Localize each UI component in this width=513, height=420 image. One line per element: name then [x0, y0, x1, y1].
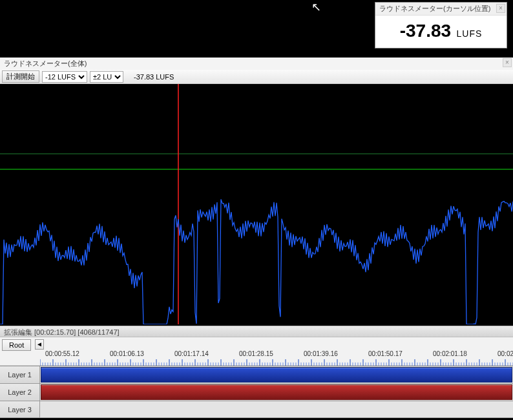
- layer-label[interactable]: Layer 2: [0, 384, 40, 401]
- timeline-header: Root ◄ 00:00:55.1200:01:06.1300:01:17.14…: [0, 337, 513, 366]
- time-label: 00:02: [497, 350, 513, 357]
- cursor-loudness-title: ラウドネスメーター(カーソル位置): [375, 3, 507, 16]
- global-loudness-title-bar: ラウドネスメーター(全体) ×: [0, 58, 513, 70]
- time-label: 00:01:17.14: [174, 350, 209, 357]
- close-icon[interactable]: ×: [503, 58, 512, 67]
- root-button[interactable]: Root: [2, 339, 31, 351]
- loudness-readout: -37.83 LUFS: [134, 73, 174, 81]
- layer-track[interactable]: [40, 384, 513, 401]
- time-label: 00:01:06.13: [110, 350, 144, 357]
- cursor-loudness-value: -37.83: [400, 21, 451, 41]
- time-ruler[interactable]: 00:00:55.1200:01:06.1300:01:17.1400:01:2…: [40, 349, 513, 367]
- clip[interactable]: [41, 367, 512, 383]
- time-label: 00:01:28.15: [239, 350, 273, 357]
- cursor-loudness-unit: LUFS: [457, 28, 483, 39]
- mouse-cursor-icon: ↖: [311, 0, 321, 14]
- clip[interactable]: [41, 384, 512, 400]
- ext-editor-titlebar: 拡張編集 [00:02:15.70] [4068/11747]: [0, 326, 513, 337]
- time-label: 00:01:50.17: [368, 350, 403, 357]
- timeline-layers: Layer 1Layer 2Layer 3: [0, 366, 513, 418]
- measure-start-button[interactable]: 計測開始: [2, 70, 39, 83]
- layer-row: Layer 1: [0, 366, 513, 383]
- cursor-loudness-panel: ラウドネスメーター(カーソル位置) × -37.83 LUFS: [375, 2, 507, 48]
- loudness-graph[interactable]: [0, 84, 513, 324]
- close-icon[interactable]: ×: [496, 4, 505, 13]
- layer-label[interactable]: Layer 1: [0, 366, 40, 383]
- layer-label[interactable]: Layer 3: [0, 401, 40, 417]
- time-label: 00:00:55.12: [45, 350, 79, 357]
- target-lufs-select[interactable]: -12 LUFS: [42, 71, 87, 83]
- layer-track[interactable]: [40, 401, 513, 417]
- loudness-toolbar: 計測開始 -12 LUFS ±2 LU -37.83 LUFS: [0, 70, 513, 84]
- layer-track[interactable]: [40, 366, 513, 383]
- layer-row: Layer 2: [0, 383, 513, 401]
- loudness-waveform: [0, 200, 513, 325]
- scroll-left-icon[interactable]: ◄: [35, 339, 44, 350]
- time-label: 00:01:39.16: [304, 350, 338, 357]
- layer-row: Layer 3: [0, 401, 513, 418]
- tolerance-select[interactable]: ±2 LU: [90, 71, 123, 83]
- global-loudness-title: ラウドネスメーター(全体): [4, 59, 87, 67]
- time-label: 00:02:01.18: [433, 350, 467, 357]
